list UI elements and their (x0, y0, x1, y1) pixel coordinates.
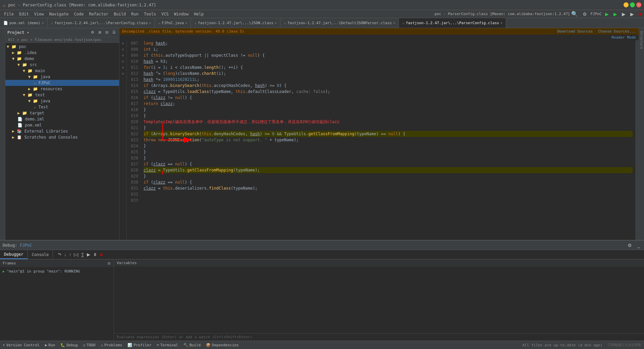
tab-bar: 📄 pom.xml (demo) × ☕ fastjson-1.2.44.jar… (0, 18, 644, 28)
download-sources-btn[interactable]: Download Sources (557, 29, 593, 34)
problems-btn[interactable]: ⚠ Problems (101, 343, 122, 347)
tab-fastjson-44-parserconfig[interactable]: ☕ fastjson-1.2.44.jar\...\ParserConfig.c… (48, 18, 155, 28)
tree-item-demo[interactable]: ▼ 📁 demo (5, 56, 119, 62)
terminal-btn[interactable]: ⌨ Terminal (157, 343, 178, 347)
menu-code[interactable]: Code (71, 11, 87, 17)
step-out-btn[interactable]: ↑ (68, 251, 72, 258)
frames-panel: Frames ⊟ ▶ "main"@1 in group "main": RUN… (0, 259, 114, 341)
menu-refactor[interactable]: Refactor (86, 11, 111, 17)
debug-content: Frames ⊟ ▶ "main"@1 in group "main": RUN… (0, 259, 644, 341)
tab-fastjson-47-parserconfig-active[interactable]: ☕ fastjson-1.2.47.jar\...\ParserConfig.c… (399, 18, 506, 28)
debug-minimize-btn[interactable]: _ (636, 242, 641, 249)
scratches-label: Scratches and Consoles (24, 135, 78, 140)
menu-bar: File Edit View Navigate Code Refactor Bu… (0, 10, 644, 18)
debug-label: Debug: (3, 243, 17, 248)
maximize-btn[interactable]: □ (630, 2, 635, 7)
tree-item-java-test[interactable]: ▼ 📁 java (5, 98, 119, 104)
variables-header: Variables (114, 259, 644, 266)
menu-edit[interactable]: Edit (16, 11, 32, 17)
title-text: poc - ParserConfig.class [Maven: com.ali… (8, 3, 156, 7)
dependencies-btn[interactable]: 📦 Dependencies (206, 343, 238, 347)
tab-console[interactable]: Console (28, 250, 53, 259)
frames-filter-btn[interactable]: ⊟ (107, 261, 111, 266)
frames-header: Frames ⊟ (0, 259, 114, 267)
coverage-btn[interactable]: ▶ (621, 11, 627, 17)
all-files-status: All files are up-to-date (a min ago) (522, 343, 602, 347)
version-control-btn[interactable]: ⬆ Version Control (3, 343, 40, 347)
tree-item-external-libs[interactable]: ▶ 📚 External Libraries (5, 128, 119, 134)
menu-help[interactable]: Help (191, 11, 206, 17)
tree-item-test[interactable]: ▼ 📁 test (5, 92, 119, 98)
tree-item-idea[interactable]: ▶ 📁 .idea (5, 50, 119, 56)
tree-item-src[interactable]: ▼ 📁 src (5, 62, 119, 68)
profile-btn[interactable]: ▶ (629, 11, 635, 17)
stop-debug-btn[interactable]: ■ (99, 251, 103, 258)
menu-window[interactable]: Window (171, 11, 191, 17)
title-bar: ☕ poc - ParserConfig.class [Maven: com.a… (0, 0, 644, 10)
tree-item-pom-xml[interactable]: 📄 pom.xml (5, 122, 119, 128)
tree-item-java-main[interactable]: ▼ 📁 java (5, 74, 119, 80)
run-btn[interactable]: ▶ (604, 11, 610, 17)
search-everywhere-btn[interactable]: 🔍 (570, 10, 579, 18)
menu-tools[interactable]: Tools (141, 11, 159, 17)
debug-settings-btn[interactable]: ⚙ (626, 242, 633, 249)
project-gear-btn[interactable]: ☰ (111, 30, 117, 35)
menu-build[interactable]: Build (111, 11, 128, 17)
tree-item-poc[interactable]: ▼ 📁 poc (5, 44, 119, 50)
debug-process[interactable]: FJPoC (20, 243, 32, 248)
project-settings-btn[interactable]: ⚙ (90, 30, 96, 35)
menu-navigate[interactable]: Navigate (47, 11, 71, 17)
expression-bar[interactable]: Evaluate expression (Enter) or add a wat… (114, 333, 644, 341)
profiler-btn[interactable]: 📊 Profiler (127, 343, 151, 347)
todo-btn[interactable]: ☑ TODO (83, 343, 96, 347)
decompiled-notice: Decompiled .class file, bytecode version… (119, 28, 639, 35)
menu-file[interactable]: File (1, 11, 16, 17)
debug-panel: Debug: FJPoC ⚙ _ Debugger Console ↷ ↓ ↑ … (0, 240, 644, 341)
tree-item-fjpoc[interactable]: ☕ FJPoC (5, 80, 119, 86)
tree-item-scratches[interactable]: ▶ 📋 Scratches and Consoles (5, 134, 119, 140)
menu-run[interactable]: Run (128, 11, 141, 17)
debug-status-btn[interactable]: 🐛 Debug (60, 343, 77, 347)
tree-item-test-class[interactable]: ☕ Test (5, 104, 119, 110)
tree-item-resources[interactable]: ▶ 📁 resources (5, 86, 119, 92)
variables-panel: Variables Evaluate expression (Enter) or… (114, 259, 644, 341)
thread-item[interactable]: ▶ "main"@1 in group "main": RUNNING (3, 268, 111, 274)
tab-debugger[interactable]: Debugger (0, 250, 28, 259)
tab-fjpoc-java[interactable]: ☕ FJPoC.java × (155, 18, 191, 28)
step-into-btn[interactable]: ↓ (63, 251, 67, 258)
path-label: All > poc > FJavasec-env/jndi-fastjson/p… (8, 38, 101, 42)
build-btn[interactable]: 🔨 Build (183, 343, 201, 347)
menu-vcs[interactable]: VCS (159, 11, 171, 17)
resume-btn[interactable]: ▶ (86, 251, 91, 258)
pause-btn[interactable]: ⏸ (92, 251, 98, 258)
thread-label: "main"@1 in group "main": RUNNING (7, 269, 80, 273)
reader-mode-bar[interactable]: Reader Mode (119, 35, 639, 40)
window-controls[interactable]: − □ × (624, 2, 641, 7)
menu-view[interactable]: View (32, 11, 47, 17)
run-to-cursor-btn[interactable]: ▷| (73, 251, 79, 258)
close-btn[interactable]: × (636, 2, 641, 7)
choose-sources-btn[interactable]: Choose Sources... (598, 29, 636, 34)
debug-tabs: Debugger Console ↷ ↓ ↑ ▷| ∑ ▶ ⏸ ■ (0, 250, 644, 259)
step-over-btn[interactable]: ↷ (57, 251, 62, 258)
tree-item-target[interactable]: ▶ 📁 target (5, 110, 119, 116)
tab-fastjson-47-json[interactable]: ☕ fastjson-1.2.47.jar\...\JSON.class × (191, 18, 280, 28)
project-collapse-btn[interactable]: ⊟ (104, 30, 110, 35)
evaluate-btn[interactable]: ∑ (80, 251, 85, 258)
run-status-btn[interactable]: ▶ Run (45, 343, 55, 347)
watermark: CSDN@溜江大说说博客 (608, 343, 641, 347)
tab-fastjson-47-defaultjsonparser[interactable]: ☕ fastjson-1.2.47.jar\...\DefaultJSONPar… (280, 18, 399, 28)
tab-pom-xml[interactable]: 📄 pom.xml (demo) × (0, 18, 48, 28)
decompiled-notice-text: Decompiled .class file, bytecode version… (122, 29, 244, 34)
debug-bar: Debug: FJPoC ⚙ _ (0, 241, 644, 250)
status-bar: ⬆ Version Control ▶ Run 🐛 Debug ☑ TODO ⚠… (0, 341, 644, 349)
settings-btn[interactable]: ⚙ (581, 11, 588, 17)
stop-btn[interactable]: ■ (637, 11, 643, 17)
debug-run-btn[interactable]: ▶ (612, 11, 619, 17)
tree-item-main[interactable]: ▼ 📁 main (5, 68, 119, 74)
project-expand-btn[interactable]: ⊞ (97, 30, 103, 35)
tree-item-demo-iml[interactable]: 📄 demo.iml (5, 116, 119, 122)
minimize-btn[interactable]: − (624, 2, 629, 7)
project-label: Project ▾ (7, 30, 29, 35)
